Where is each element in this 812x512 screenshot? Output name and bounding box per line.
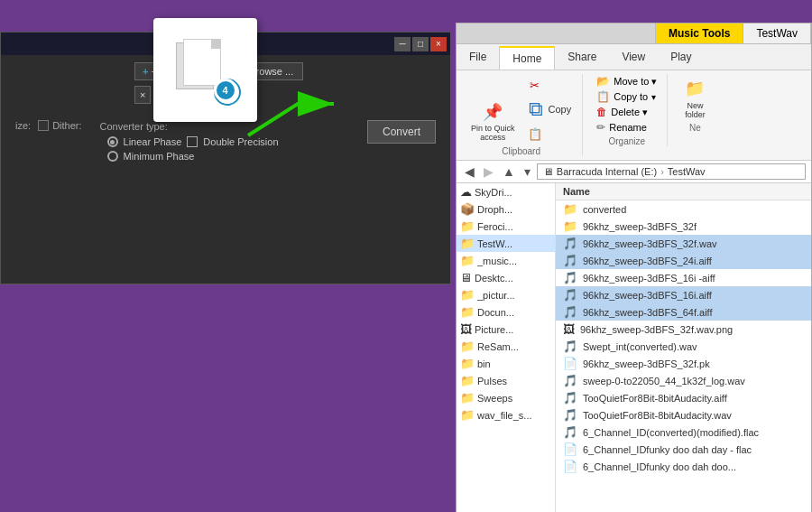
- converter-type-section: Converter type: Linear Phase Double Prec…: [100, 120, 349, 162]
- tab-file[interactable]: File: [457, 44, 499, 70]
- documents-icon: 📁: [460, 305, 475, 319]
- folder-icon: 📁: [563, 202, 577, 216]
- ribbon-group-organize: 📂 Move to ▾ 📋 Copy to ▾ 🗑 Delete ▾ ✏ Ren…: [590, 74, 668, 146]
- file-item-swept-int[interactable]: 🎵 Swept_int(converted).wav: [556, 338, 811, 355]
- floating-copy-icon: 4: [153, 18, 257, 122]
- file-item-6channel-flac[interactable]: 🎵 6_Channel_ID(converted)(modified).flac: [556, 424, 811, 441]
- flac-icon-3: 📄: [563, 460, 577, 473]
- tab-view[interactable]: View: [609, 44, 658, 70]
- window-tabs: Music Tools TestWav: [457, 23, 811, 44]
- file-item-96khz-24i-aiff[interactable]: 🎵 96khz_sweep-3dBFS_24i.aiff: [556, 252, 811, 269]
- new-folder-label: Newfolder: [685, 101, 706, 119]
- radio-minimum-phase: Minimum Phase: [107, 151, 349, 162]
- radio-linear-phase-button[interactable]: [107, 136, 118, 147]
- tree-item-resamp[interactable]: 📁 ReSam...: [457, 338, 555, 355]
- recent-button[interactable]: ▾: [521, 163, 533, 180]
- file-item-tooquiet-wav[interactable]: 🎵 TooQuietFor8Bit-8bitAudacity.wav: [556, 406, 811, 424]
- file-item-96khz-png[interactable]: 🖼 96khz_sweep-3dBFS_32f.wav.png: [556, 321, 811, 338]
- file-item-96khz-16i-aiff-dash[interactable]: 🎵 96khz_sweep-3dBFS_16i -aiff: [556, 269, 811, 286]
- pin-label: Pin to Quickaccess: [471, 125, 515, 143]
- rename-icon: ✏: [596, 121, 605, 134]
- minimize-button[interactable]: ─: [394, 37, 411, 51]
- sweeps-icon: 📁: [460, 391, 475, 405]
- tab-share[interactable]: Share: [555, 44, 609, 70]
- copy-label: Copy: [549, 104, 572, 115]
- close-button[interactable]: ×: [430, 37, 447, 51]
- file-item-tooquiet-aiff[interactable]: 🎵 TooQuietFor8Bit-8bitAudacity.aiff: [556, 389, 811, 406]
- x-button-2[interactable]: ×: [134, 86, 151, 104]
- tree-item-music[interactable]: 📁 _music...: [457, 252, 555, 269]
- path-separator: ›: [660, 166, 664, 177]
- file-item-converted[interactable]: 📁 converted: [556, 200, 811, 218]
- file-item-96khz-32f-wav[interactable]: 🎵 96khz_sweep-3dBFS_32f.wav: [556, 235, 811, 252]
- radio-minimum-phase-button[interactable]: [107, 151, 118, 162]
- testwav-icon: 📁: [460, 237, 475, 250]
- rename-button[interactable]: ✏ Rename: [594, 120, 660, 135]
- move-to-label: Move to ▾: [614, 76, 657, 88]
- up-button[interactable]: ▲: [500, 163, 518, 180]
- copy-to-button[interactable]: 📋 Copy to ▾: [594, 89, 660, 104]
- cut-button[interactable]: ✂: [522, 74, 576, 96]
- convert-button[interactable]: Convert: [367, 120, 436, 144]
- music-tools-tab[interactable]: Music Tools: [655, 23, 743, 43]
- delete-button[interactable]: 🗑 Delete ▾: [594, 105, 660, 119]
- maximize-button[interactable]: □: [412, 37, 429, 51]
- bin-icon: 📁: [460, 357, 475, 370]
- tree-item-pictures2[interactable]: 🖼 Picture...: [457, 321, 555, 338]
- tree-item-skydrive[interactable]: ☁ SkyDri...: [457, 183, 555, 200]
- tree-item-dropbox[interactable]: 📦 Droph...: [457, 200, 555, 218]
- desktop-icon: 🖥: [460, 271, 472, 284]
- copy-to-icon: 📋: [596, 90, 610, 103]
- aiff-icon-1: 🎵: [563, 254, 577, 267]
- file-item-96khz-16i-aiff[interactable]: 🎵 96khz_sweep-3dBFS_16i.aiff: [556, 286, 811, 303]
- folder-icon-2: 📁: [563, 219, 577, 233]
- testwav-tab[interactable]: TestWav: [743, 23, 811, 43]
- tab-play[interactable]: Play: [658, 44, 704, 70]
- tree-item-pictures[interactable]: 📁 _pictur...: [457, 286, 555, 303]
- tree-item-documents[interactable]: 📁 Docun...: [457, 303, 555, 321]
- pin-icon: 📌: [480, 99, 505, 125]
- resamp-icon: 📁: [460, 340, 475, 353]
- copy-button[interactable]: ⧉ Copy: [522, 98, 576, 121]
- file-list-header: Name: [556, 183, 811, 200]
- copy-to-label: Copy to: [614, 91, 648, 102]
- tree-item-wav-files[interactable]: 📁 wav_file_s...: [457, 406, 555, 424]
- file-item-6channel-funky-flac[interactable]: 📄 6_Channel_IDfunky doo dah day - flac: [556, 441, 811, 458]
- music-icon: 📁: [460, 254, 475, 267]
- tree-item-bin[interactable]: 📁 bin: [457, 355, 555, 372]
- tree-item-pulses[interactable]: 📁 Pulses: [457, 372, 555, 389]
- paste-button[interactable]: 📋: [522, 123, 576, 144]
- file-item-96khz-pk[interactable]: 📄 96khz_sweep-3dBFS_32f.pk: [556, 355, 811, 372]
- pin-to-quick-access-button[interactable]: 📌 Pin to Quickaccess: [467, 98, 519, 144]
- new-folder-button[interactable]: 📁 Newfolder: [678, 74, 711, 121]
- tree-item-ferocity[interactable]: 📁 Feroci...: [457, 218, 555, 235]
- forward-button[interactable]: ▶: [481, 163, 496, 180]
- copy-icon: ⧉: [526, 99, 546, 119]
- back-button[interactable]: ◀: [462, 163, 477, 180]
- file-item-96khz-64f-aiff[interactable]: 🎵 96khz_sweep-3dBFS_64f.aiff: [556, 303, 811, 321]
- organize-label: Organize: [609, 136, 646, 146]
- file-item-96khz-folder[interactable]: 📁 96khz_sweep-3dBFS_32f: [556, 218, 811, 235]
- delete-icon: 🗑: [596, 106, 607, 118]
- dither-checkbox[interactable]: [38, 120, 49, 131]
- file-item-sweep-log[interactable]: 🎵 sweep-0-to22050_44_1k32f_log.wav: [556, 372, 811, 389]
- address-bar: ◀ ▶ ▲ ▾ 🖥 Barracuda Internal (E:) › Test…: [457, 161, 811, 183]
- png-icon: 🖼: [563, 322, 575, 336]
- wav-files-icon: 📁: [460, 408, 475, 422]
- file-item-6channel-funky2[interactable]: 📄 6_Channel_IDfunky doo dah doo...: [556, 458, 811, 475]
- explorer-main: ☁ SkyDri... 📦 Droph... 📁 Feroci... 📁 Tes…: [457, 183, 811, 512]
- pictures2-icon: 🖼: [460, 322, 472, 336]
- pk-icon: 📄: [563, 357, 577, 370]
- double-precision-checkbox[interactable]: [187, 136, 198, 147]
- move-to-button[interactable]: 📂 Move to ▾: [594, 74, 660, 88]
- tree-item-testwav[interactable]: 📁 TestW...: [457, 235, 555, 252]
- address-path: 🖥 Barracuda Internal (E:) › TestWav: [537, 163, 806, 180]
- address-folder: TestWav: [668, 166, 706, 177]
- tab-home[interactable]: Home: [499, 46, 555, 70]
- explorer-window: Music Tools TestWav File Home Share View…: [456, 23, 812, 512]
- dither-label: Dither:: [38, 120, 81, 131]
- paste-icon: 📋: [526, 125, 544, 143]
- tree-item-desktop[interactable]: 🖥 Desktc...: [457, 269, 555, 286]
- new-label: Ne: [689, 123, 701, 133]
- tree-item-sweeps[interactable]: 📁 Sweeps: [457, 389, 555, 406]
